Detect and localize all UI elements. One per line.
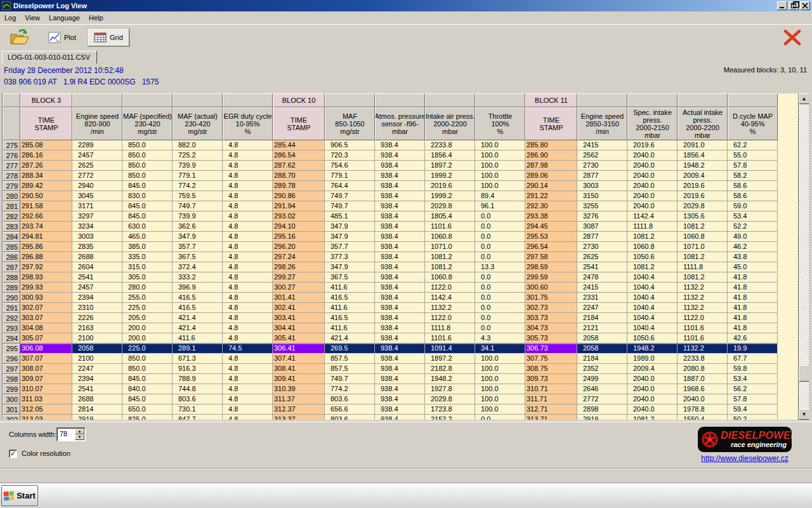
grid-cell[interactable]: 850.0	[122, 354, 173, 364]
scroll-down-button[interactable]: ▼	[799, 409, 809, 420]
grid-cell[interactable]: 1132.2	[425, 303, 475, 313]
grid-cell[interactable]: 1101.6	[425, 333, 475, 344]
grid-cell[interactable]: 1948.2	[627, 344, 678, 354]
grid-cell[interactable]: 310.07	[20, 384, 72, 394]
grid-cell[interactable]: 2058	[577, 333, 627, 344]
grid-cell[interactable]: 421.4	[325, 333, 375, 344]
grid-cell[interactable]: 630.0	[122, 222, 173, 232]
stepper-up-button[interactable]: ▲	[75, 429, 84, 434]
grid-cell[interactable]: 2541	[72, 272, 122, 283]
grid-cell[interactable]: 100.0	[475, 181, 525, 191]
grid-cell[interactable]: 938.4	[375, 161, 425, 171]
grid-cell[interactable]: 0.0	[475, 293, 525, 303]
grid-cell[interactable]: 292.30	[525, 201, 577, 211]
grid-cell[interactable]: 1122.0	[425, 283, 475, 293]
grid-cell[interactable]: 739.9	[173, 211, 223, 222]
grid-cell[interactable]: 759.5	[173, 191, 223, 201]
grid-cell[interactable]: 2184	[577, 354, 627, 364]
grid-cell[interactable]: 2772	[577, 394, 627, 404]
grid-cell[interactable]: 2226	[72, 313, 122, 323]
menu-item-language[interactable]: Language	[44, 13, 84, 23]
grid-cell[interactable]: 938.4	[375, 404, 425, 415]
row-number[interactable]: 280	[3, 191, 20, 201]
grid-cell[interactable]: 1856.4	[678, 150, 728, 161]
grid-cell[interactable]: 2233.8	[425, 140, 475, 150]
grid-row-284[interactable]: 284294.813003465.0347.94.8295.16347.9938…	[3, 232, 778, 242]
color-resolution-checkbox[interactable]: ✓	[9, 450, 17, 458]
grid-cell[interactable]: 300.60	[525, 283, 577, 293]
grid-cell[interactable]: 1081.2	[678, 272, 728, 283]
grid-cell[interactable]: 1999.2	[425, 171, 475, 181]
grid-cell[interactable]: 299.27	[273, 272, 325, 283]
grid-cell[interactable]: 3045	[72, 191, 122, 201]
grid-cell[interactable]: 2919	[577, 415, 627, 420]
grid-cell[interactable]: 1111.8	[425, 323, 475, 333]
grid-row-279[interactable]: 279289.422940845.0774.24.8289.78764.4938…	[3, 181, 778, 191]
grid-cell[interactable]: 305.07	[20, 333, 72, 344]
grid-cell[interactable]: 4.8	[223, 354, 273, 364]
grid-cell[interactable]: 100.0	[475, 140, 525, 150]
grid-row-300[interactable]: 300311.032688845.0803.64.8311.37803.6938…	[3, 394, 778, 404]
grid-cell[interactable]: 288.34	[20, 171, 72, 181]
grid-cell[interactable]: 100.0	[475, 171, 525, 181]
grid-cell[interactable]: 1040.4	[627, 283, 678, 293]
grid-cell[interactable]: 1071.0	[425, 242, 475, 252]
grid-cell[interactable]: 650.0	[122, 404, 173, 415]
row-number[interactable]: 283	[3, 222, 20, 232]
grid-cell[interactable]: 938.4	[375, 242, 425, 252]
grid-cell[interactable]: 2058	[577, 344, 627, 354]
grid-cell[interactable]: 1081.2	[678, 222, 728, 232]
grid-cell[interactable]: 1142.4	[425, 293, 475, 303]
grid-cell[interactable]: 311.03	[20, 394, 72, 404]
grid-cell[interactable]: 302.07	[20, 303, 72, 313]
grid-cell[interactable]: 2394	[72, 374, 122, 384]
grid-cell[interactable]: 938.4	[375, 354, 425, 364]
grid-cell[interactable]: 1081.2	[627, 415, 678, 420]
grid-cell[interactable]: 1111.8	[627, 222, 678, 232]
grid-cell[interactable]: 1305.6	[678, 211, 728, 222]
grid-cell[interactable]: 372.4	[173, 262, 223, 272]
tab-log-file[interactable]: LOG-01-003-010-011.CSV	[2, 51, 97, 64]
grid-cell[interactable]: 96.1	[475, 201, 525, 211]
row-number[interactable]: 291	[3, 303, 20, 313]
grid-cell[interactable]: 0.0	[475, 232, 525, 242]
grid-cell[interactable]: 4.8	[223, 262, 273, 272]
grid-cell[interactable]: 1060.8	[425, 232, 475, 242]
grid-cell[interactable]: 4.8	[223, 374, 273, 384]
grid-cell[interactable]: 1040.4	[627, 323, 678, 333]
row-number[interactable]: 302	[3, 415, 20, 420]
grid-cell[interactable]: 4.8	[223, 394, 273, 404]
row-number[interactable]: 295	[3, 344, 20, 354]
grid-cell[interactable]: 295.86	[20, 242, 72, 252]
grid-row-276[interactable]: 276286.162457850.0725.24.8286.54720.3938…	[3, 150, 778, 161]
grid-cell[interactable]: 385.0	[122, 242, 173, 252]
grid-cell[interactable]: 938.4	[375, 374, 425, 384]
grid-cell[interactable]: 2814	[72, 404, 122, 415]
grid-cell[interactable]: 845.0	[122, 374, 173, 384]
grid-cell[interactable]: 840.0	[122, 384, 173, 394]
row-number[interactable]: 279	[3, 181, 20, 191]
grid-cell[interactable]: 2688	[72, 394, 122, 404]
minimize-button[interactable]	[777, 1, 787, 10]
grid-cell[interactable]: 2040.0	[627, 181, 678, 191]
plot-button[interactable]: Plot	[42, 29, 82, 46]
grid-cell[interactable]: 754.6	[325, 161, 375, 171]
grid-cell[interactable]: 656.6	[325, 404, 375, 415]
grid-cell[interactable]: 306.08	[20, 344, 72, 354]
grid-cell[interactable]: 4.8	[223, 242, 273, 252]
grid-cell[interactable]: 100.0	[475, 364, 525, 374]
grid-cell[interactable]: 52.2	[728, 222, 778, 232]
grid-cell[interactable]: 2233.8	[678, 354, 728, 364]
menu-item-view[interactable]: View	[20, 13, 44, 23]
grid-cell[interactable]: 1050.6	[627, 333, 678, 344]
grid-cell[interactable]: 300.27	[273, 283, 325, 293]
grid-cell[interactable]: 1081.2	[627, 232, 678, 242]
grid-cell[interactable]: 2352	[577, 364, 627, 374]
grid-cell[interactable]: 2184	[577, 313, 627, 323]
grid-cell[interactable]: 289.78	[273, 181, 325, 191]
grid-cell[interactable]: 857.5	[325, 364, 375, 374]
grid-cell[interactable]: 289.06	[525, 171, 577, 181]
grid-cell[interactable]: 377.3	[325, 252, 375, 262]
grid-cell[interactable]: 310.71	[525, 384, 577, 394]
grid-cell[interactable]: 301.75	[525, 293, 577, 303]
